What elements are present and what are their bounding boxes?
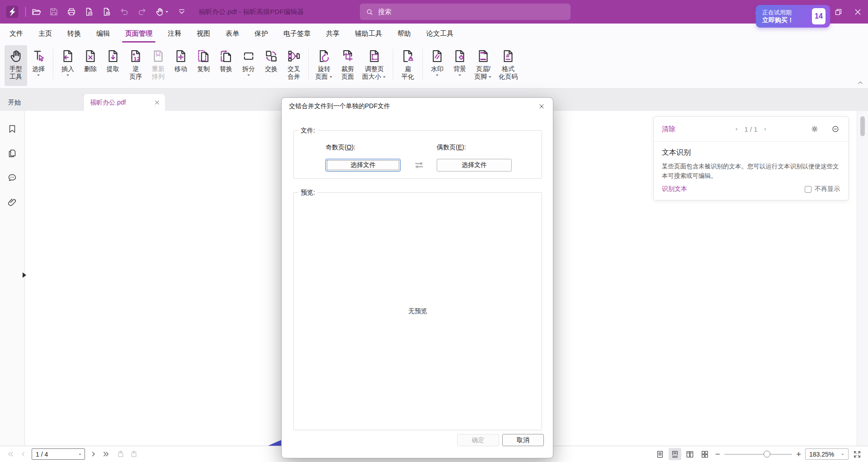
restore-button[interactable] <box>834 7 843 17</box>
rotate-pages-button[interactable]: 旋转页面 <box>312 45 336 86</box>
dropdown-caret-icon <box>329 75 333 79</box>
redo-icon <box>137 7 147 17</box>
hand-tool-button[interactable]: 手型工具 <box>5 45 27 86</box>
layout-single-button[interactable] <box>654 448 666 460</box>
zoom-in-button[interactable]: + <box>796 450 801 458</box>
page-number-combobox[interactable]: 1 / 4 <box>32 448 85 460</box>
menu-item[interactable]: 帮助 <box>390 24 419 43</box>
select-tool-button[interactable]: 选择 <box>27 45 50 86</box>
customize-button[interactable] <box>177 7 187 17</box>
delete-pages-button[interactable]: 删除 <box>79 45 102 86</box>
zoom-out-button[interactable]: − <box>715 450 720 458</box>
svg-text:#: # <box>506 52 510 59</box>
fullscreen-icon[interactable] <box>853 450 862 459</box>
menu-item[interactable]: 页面管理 <box>118 24 160 43</box>
page-remove-button[interactable] <box>84 7 94 17</box>
insert-pages-button[interactable]: 插入 <box>57 45 79 86</box>
last-page-icon[interactable] <box>102 450 110 458</box>
menu-item[interactable]: 转换 <box>60 24 89 43</box>
swap-pages-button[interactable]: 交换 <box>260 45 283 86</box>
extract-pages-button[interactable]: 提取 <box>102 45 124 86</box>
vertical-scrollbar[interactable] <box>857 111 868 446</box>
save-button[interactable] <box>49 7 59 17</box>
watermark-button[interactable]: 水印 <box>426 45 448 86</box>
undo-button[interactable] <box>119 7 129 17</box>
menu-item[interactable]: 论文工具 <box>419 24 461 43</box>
flatten-button[interactable]: 扁平化 <box>396 45 419 86</box>
open-folder-button[interactable] <box>31 7 41 17</box>
swap-files-icon <box>412 159 426 171</box>
redo-button[interactable] <box>137 7 147 17</box>
zoom-slider-thumb[interactable] <box>764 451 770 457</box>
hand-sm-button[interactable] <box>155 7 169 17</box>
dialog-close-button[interactable] <box>534 100 549 113</box>
cancel-button[interactable]: 取消 <box>502 434 544 446</box>
collapse-ribbon-icon[interactable] <box>856 79 864 87</box>
move-pages-button[interactable]: 移动 <box>170 45 192 86</box>
split-icon <box>241 48 256 64</box>
dropdown-caret-icon <box>66 73 70 77</box>
ribbon-tool-label: 复制 <box>197 65 210 73</box>
menu-item[interactable]: 辅助工具 <box>347 24 390 43</box>
previous-page-icon[interactable] <box>19 450 28 458</box>
menu-item[interactable]: 共享 <box>318 24 347 43</box>
layout-facing-button[interactable] <box>684 448 696 460</box>
notification-settings-icon[interactable] <box>810 124 819 133</box>
menu-item[interactable]: 表单 <box>218 24 247 43</box>
menu-item[interactable]: 文件 <box>2 24 31 43</box>
next-page-icon[interactable] <box>89 450 98 458</box>
resize-pages-button[interactable]: 调整页面大小 <box>359 45 390 86</box>
menu-item[interactable]: 电子签章 <box>276 24 318 43</box>
dont-show-again-checkbox[interactable] <box>805 186 811 193</box>
previous-notification-icon[interactable] <box>733 126 740 133</box>
sidebar-item-bookmarks-panel[interactable] <box>7 124 18 134</box>
split-document-button[interactable]: 拆分 <box>237 45 260 86</box>
sidebar-item-comments-panel[interactable] <box>7 172 18 183</box>
ribbon-tool-label: 页面 <box>315 73 333 81</box>
collapse-notification-icon[interactable] <box>831 124 840 133</box>
ribbon-tool-label <box>458 73 462 77</box>
format-page-number-button[interactable]: #格式化页码 <box>495 45 521 86</box>
close-button[interactable] <box>853 7 863 17</box>
sidebar-item-attachments-panel[interactable] <box>7 197 18 208</box>
choose-even-file-button[interactable]: 选择文件 <box>437 159 512 171</box>
document-tab[interactable]: 福昕办公.pdf <box>84 94 165 111</box>
clear-notifications-link[interactable]: 清除 <box>662 125 675 133</box>
page-combobox-caret-icon <box>77 452 83 457</box>
print-button[interactable] <box>66 7 76 17</box>
sidebar-item-pages-panel[interactable] <box>7 148 18 159</box>
menu-item[interactable]: 主页 <box>31 24 60 43</box>
interleave-merge-button[interactable]: 交叉合并 <box>283 45 305 86</box>
trial-banner[interactable]: 正在试用期 立即购买！ 14 <box>756 5 830 28</box>
recognize-text-link[interactable]: 识别文本 <box>662 185 687 193</box>
menu-item[interactable]: 编辑 <box>89 24 118 43</box>
foxit-logo-icon <box>5 4 20 19</box>
layout-facing-continuous-button[interactable] <box>698 448 711 460</box>
search-input[interactable]: 搜索 <box>360 4 571 20</box>
zoom-level-combobox[interactable]: 183.25% <box>805 448 849 460</box>
previous-view-icon[interactable] <box>116 450 125 459</box>
rotate-icon <box>316 48 332 64</box>
menubar: 文件主页转换编辑页面管理注释视图表单保护电子签章共享辅助工具帮助论文工具 <box>0 24 868 43</box>
duplicate-pages-button[interactable]: 复制 <box>192 45 215 86</box>
scrollbar-thumb[interactable] <box>860 116 865 136</box>
replace-pages-button[interactable]: 替换 <box>215 45 237 86</box>
first-page-icon[interactable] <box>6 450 15 458</box>
menu-item[interactable]: 注释 <box>160 24 189 43</box>
close-tab-icon[interactable] <box>154 99 160 106</box>
choose-odd-file-button[interactable]: 选择文件 <box>326 159 401 171</box>
layout-continuous-button[interactable] <box>669 448 681 460</box>
menu-item[interactable]: 保护 <box>247 24 276 43</box>
background-button[interactable]: 背景 <box>448 45 471 86</box>
reverse-page-order-button[interactable]: 12逆页序 <box>124 45 147 86</box>
panel-expand-handle[interactable] <box>23 272 26 278</box>
start-tab[interactable]: 开始 <box>0 94 84 111</box>
crop-pages-button[interactable]: 裁剪页面 <box>336 45 359 86</box>
zoom-slider[interactable] <box>724 454 792 455</box>
menu-item[interactable]: 视图 <box>189 24 218 43</box>
header-footer-button[interactable]: 页眉/页脚 <box>471 45 495 86</box>
page-add-button[interactable] <box>102 7 112 17</box>
next-view-icon[interactable] <box>129 450 138 459</box>
next-notification-icon[interactable] <box>762 126 769 133</box>
comment-icon <box>7 172 18 183</box>
